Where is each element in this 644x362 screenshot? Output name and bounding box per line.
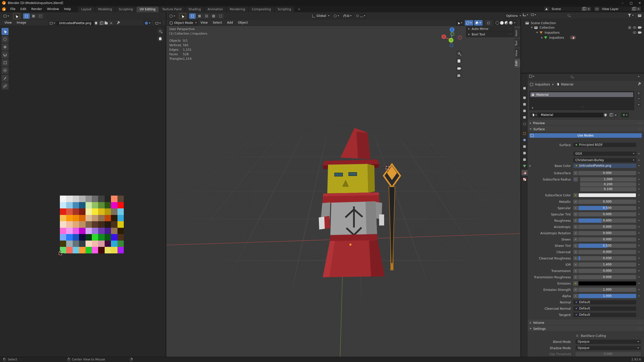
sidebar-tab-view[interactable]: View: [515, 49, 520, 58]
proportional-editing-button[interactable]: [355, 13, 367, 19]
properties-tab-view-layer[interactable]: [521, 108, 528, 114]
xray-toggle-button[interactable]: [474, 20, 482, 26]
new-scene-button[interactable]: [581, 7, 586, 11]
breadcrumb-object[interactable]: Inqusitors: [535, 83, 550, 86]
prop-slider[interactable]: 0.000: [578, 231, 636, 235]
clip-threshold-field[interactable]: 0.000: [576, 352, 641, 356]
tab-compositing[interactable]: Compositing: [249, 7, 274, 12]
inquisitor-model[interactable]: [317, 126, 413, 277]
disclosure-icon[interactable]: [541, 37, 543, 39]
tab-layout[interactable]: Layout: [78, 7, 95, 12]
select-intersect-button[interactable]: [217, 13, 224, 19]
outliner-item-inqusitors[interactable]: Inqusitors: [521, 30, 644, 35]
new-image-button[interactable]: [99, 21, 103, 25]
tab-shading[interactable]: Shading: [185, 7, 204, 12]
prop-slider[interactable]: 0.500: [578, 244, 636, 248]
section-preview[interactable]: Preview::::: [528, 120, 644, 126]
scale-icon[interactable]: [2, 59, 9, 66]
socket-button[interactable]: [573, 225, 578, 229]
socket-button[interactable]: [573, 294, 578, 298]
material-unlink-button[interactable]: ×: [613, 113, 618, 117]
panel-bool-tool[interactable]: Bool Tool::::: [466, 32, 514, 37]
snap-magnet-button[interactable]: [342, 13, 353, 19]
decorator-dot[interactable]: [638, 239, 639, 240]
prop-slider[interactable]: 0.000: [578, 237, 636, 242]
decorator-dot[interactable]: [638, 233, 639, 234]
decorator-dot[interactable]: [638, 153, 639, 154]
socket-button[interactable]: [573, 244, 578, 248]
menu-help[interactable]: Help: [61, 6, 73, 12]
vp-menu-add[interactable]: Add: [225, 19, 235, 26]
tab-sculpting[interactable]: Sculpting: [115, 7, 136, 12]
socket-button[interactable]: [573, 206, 578, 210]
outliner-filter-button[interactable]: [628, 14, 634, 17]
prop-slider[interactable]: 0.000: [578, 171, 636, 175]
render-preview-toggle[interactable]: [485, 20, 492, 26]
vp-canvas[interactable]: User Perspective (1) Collection | Inqusi…: [166, 26, 520, 357]
uv-editor-type-button[interactable]: [2, 13, 11, 19]
options-dropdown[interactable]: Options: [505, 13, 522, 19]
vp-menu-object[interactable]: Object: [235, 19, 250, 26]
decorator-dot[interactable]: [638, 277, 639, 278]
ortho-toggle-button[interactable]: [456, 72, 462, 79]
outliner-item-collection[interactable]: Collection✓: [521, 25, 644, 30]
blend-mode-select[interactable]: Opaque: [576, 340, 641, 344]
prop-color-swatch[interactable]: [578, 281, 636, 286]
shading-solid-button[interactable]: [500, 21, 504, 25]
disclosure-icon[interactable]: [536, 32, 538, 33]
vp-3d-cursor[interactable]: [385, 165, 390, 171]
add-workspace-button[interactable]: +: [295, 7, 304, 12]
tab-rendering[interactable]: Rendering: [226, 7, 249, 12]
decorator-dot[interactable]: [638, 195, 639, 196]
minimize-button[interactable]: –: [618, 1, 627, 5]
rotate-icon[interactable]: [2, 51, 9, 58]
properties-tab-object[interactable]: [521, 131, 528, 136]
prop-slider[interactable]: 1.450: [578, 262, 636, 267]
show-overlays-button[interactable]: [465, 20, 473, 26]
outliner-item-inqusitors[interactable]: inqusitors: [521, 35, 644, 40]
prop-texture-field[interactable]: UntrustedPalette.png: [573, 164, 636, 168]
outliner-item-scene-collection[interactable]: Scene Collection: [521, 21, 644, 25]
prop-node-field[interactable]: Default: [573, 313, 636, 317]
socket-button[interactable]: [573, 256, 578, 260]
prop-slider[interactable]: 0.000: [578, 269, 636, 273]
select-box-button[interactable]: [189, 13, 196, 19]
socket-button[interactable]: [573, 231, 578, 235]
material-slot-row[interactable]: Material: [530, 92, 633, 97]
uv-zoom-button[interactable]: [157, 28, 164, 34]
menu-render[interactable]: Render: [29, 6, 45, 12]
socket-button[interactable]: [573, 218, 578, 223]
tab-animation[interactable]: Animation: [204, 7, 226, 12]
socket-button[interactable]: [573, 237, 578, 242]
zoom-button[interactable]: [456, 50, 462, 57]
tab-texture-paint[interactable]: Texture Paint: [159, 7, 185, 12]
properties-tab-output[interactable]: [521, 102, 528, 107]
menu-file[interactable]: File: [8, 6, 18, 12]
transform-icon[interactable]: [2, 67, 9, 74]
prop-select[interactable]: GGX: [573, 152, 636, 156]
socket-button[interactable]: [573, 269, 578, 273]
decorator-dot[interactable]: [638, 245, 639, 246]
camera-view-button[interactable]: [456, 65, 462, 72]
properties-editor-type-button[interactable]: [529, 75, 534, 78]
sidebar-tab-edit[interactable]: Edit: [515, 59, 520, 67]
fake-user-toggle[interactable]: [94, 21, 98, 25]
slot-list-expand-icon[interactable]: [532, 107, 533, 109]
hide-eye-icon[interactable]: [633, 31, 636, 34]
image-browse-button[interactable]: [48, 20, 57, 26]
outliner-display-mode-button[interactable]: [531, 14, 536, 16]
decorator-dot[interactable]: [638, 258, 639, 259]
measure-icon[interactable]: [2, 82, 9, 89]
vp-active-tool-tweak[interactable]: [179, 13, 186, 19]
new-view-layer-button[interactable]: [631, 7, 636, 11]
panel-auto-mirror[interactable]: Auto Mirror::::: [466, 26, 514, 32]
vp-active-tool-icon[interactable]: [168, 13, 177, 19]
material-chip[interactable]: [570, 36, 576, 39]
tweak-select-icon[interactable]: [2, 28, 9, 35]
sidebar-tab-item[interactable]: Item: [515, 28, 520, 38]
shadow-mode-select[interactable]: Opaque: [576, 346, 641, 350]
uv-canvas[interactable]: [0, 26, 166, 357]
prop-node-field[interactable]: Default: [573, 306, 636, 311]
breadcrumb-material[interactable]: Material: [561, 83, 573, 86]
prop-select[interactable]: Christensen-Burley: [573, 158, 636, 162]
